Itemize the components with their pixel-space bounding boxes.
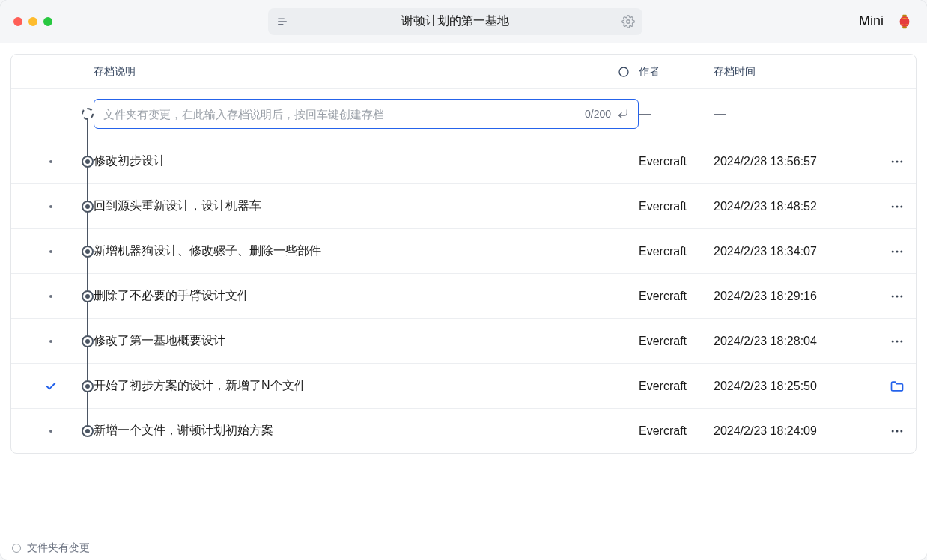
archive-input-wrap[interactable]: 0/200: [94, 99, 639, 129]
author-cell: Evercraft: [639, 245, 714, 258]
svg-point-14: [892, 250, 894, 252]
timeline-marker: [11, 184, 94, 228]
more-icon[interactable]: [890, 199, 905, 214]
maximize-window-button[interactable]: [43, 17, 52, 26]
more-icon[interactable]: [890, 244, 905, 259]
time-cell: 2024/2/23 18:24:09: [714, 424, 878, 438]
table-body: 0/200 — — 修改初步设计 Evercraft 2024/2/28 13:…: [11, 89, 916, 453]
time-cell: 2024/2/23 18:34:07: [714, 245, 878, 258]
more-icon[interactable]: [890, 424, 905, 439]
dot-icon: [49, 295, 52, 298]
list-icon[interactable]: [276, 15, 289, 28]
svg-point-20: [892, 340, 894, 342]
timeline-node-icon: [82, 246, 94, 258]
close-window-button[interactable]: [13, 17, 22, 26]
table-row[interactable]: 删除了不必要的手臂设计文件 Evercraft 2024/2/23 18:29:…: [11, 273, 916, 318]
timeline-node-icon: [82, 335, 94, 347]
author-cell: —: [639, 107, 714, 121]
timeline-node-icon: [82, 201, 94, 213]
dot-icon: [49, 340, 52, 343]
svg-point-15: [896, 250, 899, 252]
header-author[interactable]: 作者: [639, 65, 714, 79]
timeline-marker: [11, 139, 94, 183]
title-box[interactable]: 谢顿计划的第一基地: [268, 8, 642, 35]
page-title: 谢顿计划的第一基地: [298, 13, 613, 29]
header-refresh[interactable]: [609, 66, 639, 78]
description-cell: 修改初步设计: [94, 153, 609, 169]
timeline-marker: [11, 274, 94, 318]
svg-rect-6: [902, 26, 907, 28]
table-row[interactable]: 回到源头重新设计，设计机器车 Evercraft 2024/2/23 18:48…: [11, 183, 916, 228]
titlebar: 谢顿计划的第一基地 Mini: [0, 0, 927, 43]
author-cell: Evercraft: [639, 335, 714, 348]
author-cell: Evercraft: [639, 424, 714, 438]
actions-cell: [878, 334, 916, 349]
timeline-marker: [11, 89, 94, 139]
svg-point-9: [896, 160, 899, 162]
timeline-node-dashed-icon: [82, 108, 94, 120]
time-cell: 2024/2/23 18:28:04: [714, 335, 878, 348]
timeline-marker: [11, 319, 94, 363]
time-cell: 2024/2/23 18:48:52: [714, 200, 878, 213]
status-text: 文件夹有变更: [27, 541, 90, 555]
description-cell: 新增机器狗设计、修改骡子、删除一些部件: [94, 243, 609, 259]
svg-point-13: [900, 205, 902, 207]
table-row[interactable]: 修改初步设计 Evercraft 2024/2/28 13:56:57: [11, 139, 916, 183]
svg-point-25: [900, 430, 902, 432]
svg-point-8: [892, 160, 894, 162]
timeline-node-icon: [82, 380, 94, 392]
time-cell: —: [714, 107, 878, 121]
header-description[interactable]: 存档说明: [94, 65, 609, 79]
more-icon[interactable]: [890, 289, 905, 304]
description-cell: 修改了第一基地概要设计: [94, 333, 609, 349]
author-cell: Evercraft: [639, 380, 714, 393]
folder-open-icon[interactable]: [890, 379, 905, 394]
table-row[interactable]: 新增一个文件，谢顿计划初始方案 Evercraft 2024/2/23 18:2…: [11, 408, 916, 453]
traffic-lights: [13, 17, 52, 26]
table-row[interactable]: 新增机器狗设计、修改骡子、删除一些部件 Evercraft 2024/2/23 …: [11, 228, 916, 273]
svg-point-10: [900, 160, 902, 162]
svg-point-24: [896, 430, 899, 432]
gear-icon[interactable]: [621, 15, 635, 28]
description-cell: 新增一个文件，谢顿计划初始方案: [94, 423, 609, 439]
actions-cell: [878, 379, 916, 394]
timeline-node-icon: [82, 290, 94, 302]
dot-icon: [49, 160, 52, 163]
archive-description-input[interactable]: [103, 108, 579, 121]
dot-icon: [49, 250, 52, 253]
description-cell: 删除了不必要的手臂设计文件: [94, 288, 609, 304]
check-icon: [45, 380, 57, 392]
minimize-window-button[interactable]: [28, 17, 37, 26]
time-cell: 2024/2/23 18:25:50: [714, 380, 878, 393]
table-row[interactable]: 开始了初步方案的设计，新增了N个文件 Evercraft 2024/2/23 1…: [11, 363, 916, 408]
table-header: 存档说明 作者 存档时间: [11, 55, 916, 89]
input-row: 0/200 — —: [11, 89, 916, 139]
description-cell: 回到源头重新设计，设计机器车: [94, 198, 609, 214]
content-area: 存档说明 作者 存档时间 0/200 — — 修改初步设计 Evercraft …: [0, 43, 927, 535]
description-cell: 开始了初步方案的设计，新增了N个文件: [94, 378, 609, 394]
svg-point-19: [900, 295, 902, 297]
actions-cell: [878, 289, 916, 304]
app-window: 谢顿计划的第一基地 Mini 存档说明 作者 存档时间: [0, 0, 927, 560]
lantern-icon[interactable]: [896, 13, 914, 31]
svg-point-4: [900, 16, 910, 27]
header-time[interactable]: 存档时间: [714, 65, 878, 79]
more-icon[interactable]: [890, 154, 905, 169]
actions-cell: [878, 244, 916, 259]
actions-cell: [878, 154, 916, 169]
archive-table: 存档说明 作者 存档时间 0/200 — — 修改初步设计 Evercraft …: [10, 54, 917, 454]
author-cell: Evercraft: [639, 200, 714, 213]
timeline-marker: [11, 229, 94, 273]
svg-point-18: [896, 295, 899, 297]
svg-point-23: [892, 430, 894, 432]
timeline-marker: [11, 409, 94, 453]
more-icon[interactable]: [890, 334, 905, 349]
enter-icon[interactable]: [617, 108, 629, 120]
svg-rect-5: [902, 14, 907, 16]
mini-label[interactable]: Mini: [859, 13, 884, 29]
char-counter: 0/200: [585, 108, 611, 120]
statusbar: 文件夹有变更: [0, 535, 927, 560]
right-controls: Mini: [859, 13, 914, 31]
table-row[interactable]: 修改了第一基地概要设计 Evercraft 2024/2/23 18:28:04: [11, 318, 916, 363]
svg-point-21: [896, 340, 899, 342]
